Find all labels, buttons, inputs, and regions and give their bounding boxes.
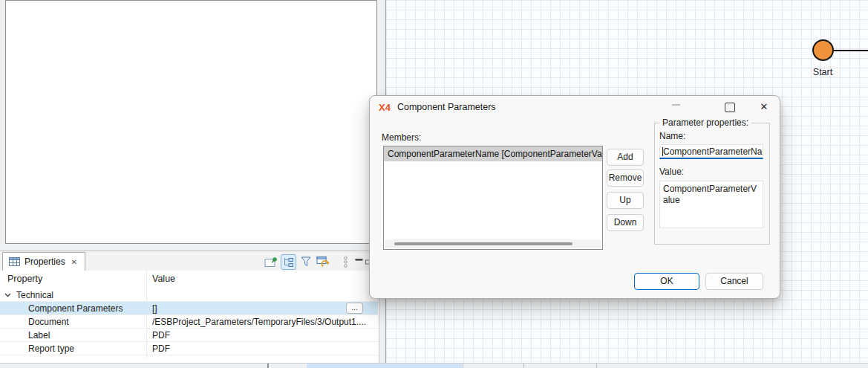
minimize-view-icon[interactable] xyxy=(353,254,365,269)
trim-divider xyxy=(523,364,524,368)
show-categories-icon[interactable] xyxy=(281,254,296,270)
trim-divider xyxy=(267,364,269,368)
add-button[interactable]: Add xyxy=(607,149,644,166)
property-value: [] xyxy=(152,302,342,315)
column-value: Value xyxy=(152,274,175,284)
value-field[interactable]: ComponentParameterValue xyxy=(659,181,763,228)
view-menu-icon[interactable] xyxy=(341,254,350,269)
down-button[interactable]: Down xyxy=(607,214,644,231)
cancel-button[interactable]: Cancel xyxy=(705,273,763,290)
maximize-icon[interactable] xyxy=(722,100,738,114)
horizontal-scrollbar[interactable] xyxy=(385,239,601,248)
name-label: Name: xyxy=(659,131,765,141)
restore-default-icon[interactable] xyxy=(315,254,331,269)
property-value: /ESBProject_Parameters/TemporaryFiles/3/… xyxy=(152,315,375,329)
x4-designer-window: Start ! C Mapping xyxy=(0,0,868,368)
remove-button[interactable]: Remove xyxy=(607,170,644,187)
value-label: Value: xyxy=(659,167,765,177)
parameter-properties-legend: Parameter properties: xyxy=(659,117,751,128)
scrollbar-thumb[interactable] xyxy=(394,242,572,245)
close-icon[interactable] xyxy=(756,100,772,114)
name-field[interactable]: ComponentParameterName xyxy=(659,144,763,159)
editor-area[interactable] xyxy=(5,0,377,244)
connector-start-mapping xyxy=(834,50,868,51)
dialog-title: Component Parameters xyxy=(397,102,496,112)
node-start[interactable] xyxy=(812,39,834,61)
property-row-component-parameters[interactable]: Component Parameters [] ... xyxy=(0,302,378,315)
column-property: Property xyxy=(7,274,42,284)
property-name: Label xyxy=(28,329,50,342)
close-tab-icon[interactable] xyxy=(70,256,79,267)
property-name: Document xyxy=(28,315,69,329)
component-parameters-dialog: X4 Component Parameters Members: Compone… xyxy=(369,95,780,299)
minimize-icon[interactable] xyxy=(668,100,684,114)
tab-properties[interactable]: Properties xyxy=(2,252,85,271)
property-name: Report type xyxy=(28,342,74,355)
trim-divider xyxy=(463,364,463,368)
up-button[interactable]: Up xyxy=(607,192,644,209)
members-list[interactable]: ComponentParameterName [ComponentParamet… xyxy=(383,146,603,250)
member-list-item[interactable]: ComponentParameterName [ComponentParamet… xyxy=(384,146,602,161)
node-start-label: Start xyxy=(802,66,843,78)
property-row-document[interactable]: Document /ESBProject_Parameters/Temporar… xyxy=(0,315,378,329)
filter-icon[interactable] xyxy=(298,254,313,269)
property-row-report-type[interactable]: Report type PDF xyxy=(0,342,378,355)
property-value: PDF xyxy=(152,342,375,355)
hscrollbar-thumb[interactable] xyxy=(307,364,462,368)
x4-logo: X4 xyxy=(379,102,391,113)
trim-divider xyxy=(596,364,597,368)
properties-tab-bar: Properties xyxy=(0,251,379,271)
chevron-down-icon[interactable] xyxy=(4,293,11,297)
property-row-technical[interactable]: Technical xyxy=(0,288,378,302)
properties-table-header: Property Value xyxy=(0,271,379,288)
members-label: Members: xyxy=(382,132,421,143)
edit-value-button[interactable]: ... xyxy=(346,303,363,314)
pin-view-icon[interactable] xyxy=(263,254,279,269)
property-name: Technical xyxy=(16,288,53,302)
ok-button[interactable]: OK xyxy=(634,273,699,290)
properties-tab-label: Properties xyxy=(25,256,65,267)
property-name: Component Parameters xyxy=(28,302,123,315)
properties-table-icon xyxy=(9,257,20,266)
property-value: PDF xyxy=(152,329,375,342)
properties-view: Properties xyxy=(0,251,379,363)
parameter-properties-group: Parameter properties: Name: ComponentPar… xyxy=(654,123,770,245)
property-row-label[interactable]: Label PDF xyxy=(0,329,378,342)
dialog-title-bar[interactable]: X4 Component Parameters xyxy=(370,96,780,118)
bottom-trim-bar xyxy=(0,363,868,368)
